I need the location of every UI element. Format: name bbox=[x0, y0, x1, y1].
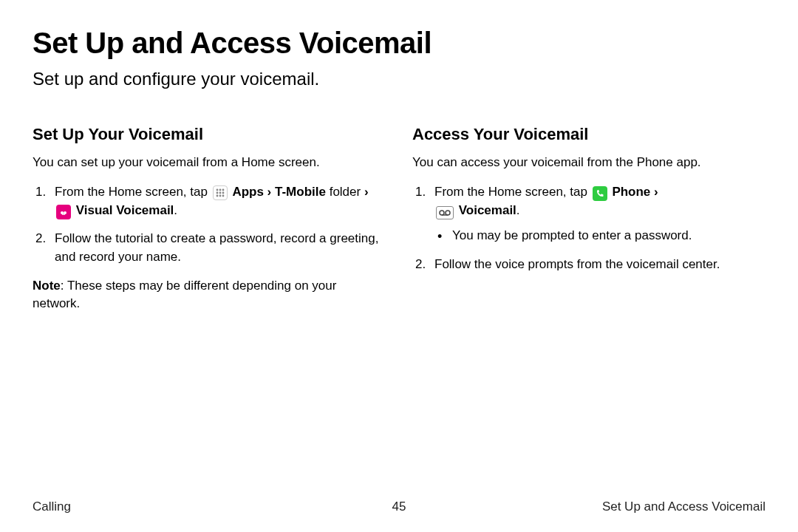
svg-point-6 bbox=[216, 195, 218, 197]
left-steps: From the Home screen, tap Apps › T-Mobil… bbox=[33, 183, 386, 267]
apps-icon bbox=[213, 185, 228, 200]
phone-icon bbox=[593, 186, 607, 201]
right-step1-sub-list: You may be prompted to enter a password. bbox=[434, 227, 765, 245]
right-step-2: Follow the voice prompts from the voicem… bbox=[412, 256, 765, 274]
left-step1-apps: Apps bbox=[232, 185, 264, 199]
left-intro: You can set up your voicemail from a Hom… bbox=[33, 154, 386, 171]
left-step1-chev2: › bbox=[361, 185, 368, 199]
right-step1-end: . bbox=[516, 203, 520, 217]
visual-voicemail-icon bbox=[56, 205, 71, 219]
svg-point-2 bbox=[222, 189, 224, 191]
svg-point-12 bbox=[446, 211, 450, 215]
right-step1-phone: Phone bbox=[612, 185, 650, 199]
right-column: Access Your Voicemail You can access you… bbox=[412, 125, 765, 313]
svg-point-11 bbox=[440, 211, 444, 215]
right-step1-sub: You may be prompted to enter a password. bbox=[434, 227, 765, 245]
left-step-1: From the Home screen, tap Apps › T-Mobil… bbox=[33, 183, 386, 219]
svg-point-8 bbox=[222, 195, 224, 197]
page-subtitle: Set up and configure your voicemail. bbox=[33, 69, 765, 89]
right-step1-text-a: From the Home screen, tap bbox=[434, 185, 591, 199]
left-step1-vv: Visual Voicemail bbox=[72, 203, 174, 217]
right-step-1: From the Home screen, tap Phone › Voicem… bbox=[412, 183, 765, 245]
right-step1-vm: Voicemail bbox=[455, 203, 516, 217]
left-note-body: : These steps may be different depending… bbox=[33, 279, 336, 311]
svg-point-1 bbox=[219, 189, 221, 191]
left-step1-end: . bbox=[174, 203, 177, 217]
right-intro: You can access your voicemail from the P… bbox=[412, 154, 765, 171]
right-heading: Access Your Voicemail bbox=[412, 125, 765, 144]
svg-point-3 bbox=[216, 192, 218, 194]
svg-point-5 bbox=[222, 192, 224, 194]
svg-point-4 bbox=[219, 192, 221, 194]
left-note-label: Note bbox=[33, 279, 61, 293]
left-step1-chev1: › bbox=[264, 185, 275, 199]
left-note: Note: These steps may be different depen… bbox=[33, 277, 386, 313]
left-step-2: Follow the tutorial to create a password… bbox=[33, 230, 386, 266]
left-step1-folder: folder bbox=[326, 185, 361, 199]
left-column: Set Up Your Voicemail You can set up you… bbox=[33, 125, 386, 313]
content-columns: Set Up Your Voicemail You can set up you… bbox=[33, 125, 765, 313]
page-title: Set Up and Access Voicemail bbox=[33, 27, 765, 60]
left-step1-tmobile: T-Mobile bbox=[275, 185, 326, 199]
svg-point-7 bbox=[219, 195, 221, 197]
right-steps: From the Home screen, tap Phone › Voicem… bbox=[412, 183, 765, 274]
right-step1-chev: › bbox=[650, 185, 658, 199]
footer-left: Calling bbox=[33, 499, 71, 514]
left-step1-text-a: From the Home screen, tap bbox=[55, 185, 211, 199]
svg-point-0 bbox=[216, 189, 218, 191]
page-footer: Calling 45 Set Up and Access Voicemail bbox=[33, 499, 765, 514]
left-heading: Set Up Your Voicemail bbox=[33, 125, 386, 144]
footer-right: Set Up and Access Voicemail bbox=[602, 499, 765, 514]
footer-page-number: 45 bbox=[392, 499, 406, 514]
voicemail-icon bbox=[436, 206, 454, 219]
